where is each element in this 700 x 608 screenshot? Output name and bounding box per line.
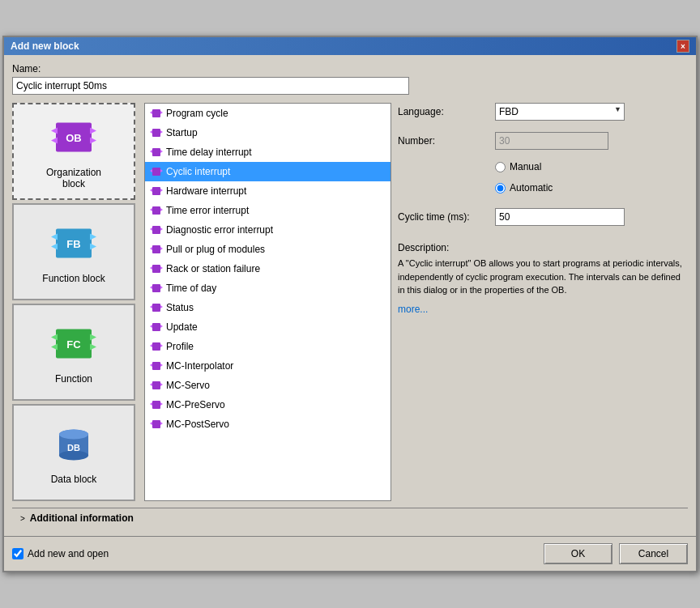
svg-marker-31: [160, 150, 163, 153]
list-item[interactable]: Pull or plug of modules: [145, 240, 391, 259]
svg-marker-52: [160, 286, 163, 289]
list-item[interactable]: Time delay interrupt: [145, 142, 391, 162]
svg-marker-54: [150, 305, 152, 308]
list-item-block-icon: [150, 185, 163, 197]
chevron-icon: >: [20, 514, 25, 523]
list-item[interactable]: Update: [145, 317, 391, 337]
cyclic-time-input[interactable]: [495, 208, 625, 226]
list-item-label: Status: [166, 302, 194, 313]
automatic-label: Automatic: [510, 182, 553, 193]
name-section: Name:: [12, 63, 688, 95]
list-item-label: Update: [166, 321, 198, 333]
list-item-label: Startup: [166, 127, 198, 138]
description-title: Description:: [398, 242, 688, 253]
list-item[interactable]: Time error interrupt: [145, 201, 391, 220]
svg-rect-50: [152, 284, 160, 292]
close-button[interactable]: ×: [677, 40, 689, 53]
svg-rect-23: [152, 109, 160, 117]
fc-label: Function: [55, 373, 92, 385]
list-item[interactable]: Profile: [145, 337, 391, 356]
svg-marker-3: [90, 127, 96, 134]
list-item-block-icon: [150, 166, 163, 177]
add-new-block-dialog: Add new block × Name:: [2, 36, 698, 572]
svg-marker-45: [150, 247, 152, 250]
svg-marker-8: [51, 243, 58, 249]
svg-marker-16: [90, 343, 96, 350]
svg-marker-51: [150, 286, 152, 289]
svg-marker-43: [160, 227, 163, 231]
list-item-label: Pull or plug of modules: [166, 244, 265, 255]
block-type-fb[interactable]: FB Function block: [12, 203, 135, 300]
add-open-checkbox[interactable]: [12, 548, 23, 559]
list-item[interactable]: MC-Interpolator: [145, 356, 391, 376]
list-item[interactable]: MC-PreServo: [145, 395, 391, 415]
svg-marker-30: [150, 150, 152, 153]
svg-marker-25: [160, 111, 163, 114]
language-label: Language:: [398, 106, 495, 117]
list-item[interactable]: MC-PostServo: [145, 415, 391, 434]
svg-text:DB: DB: [67, 442, 80, 452]
dialog-title: Add new block: [11, 40, 79, 52]
svg-marker-69: [150, 402, 152, 406]
list-item-block-icon: [150, 147, 163, 158]
additional-info-label: Additional information: [30, 512, 134, 524]
cyclic-time-label: Cyclic time (ms):: [398, 211, 495, 223]
svg-marker-2: [51, 137, 58, 143]
list-item-block-icon: [150, 321, 163, 333]
main-area: OB Organizationblock FB Function block: [12, 103, 688, 501]
svg-marker-13: [51, 334, 58, 340]
list-item-block-icon: [150, 224, 163, 236]
svg-marker-34: [160, 169, 163, 172]
svg-marker-37: [160, 189, 163, 192]
list-item-block-icon: [150, 380, 163, 391]
svg-point-21: [59, 429, 88, 439]
additional-info-section[interactable]: > Additional information: [12, 508, 688, 528]
list-item[interactable]: Startup: [145, 123, 391, 142]
list-item-label: MC-Servo: [166, 380, 210, 391]
svg-marker-66: [150, 383, 152, 386]
svg-text:OB: OB: [66, 131, 82, 143]
list-item-label: MC-PreServo: [166, 399, 225, 410]
svg-marker-4: [90, 137, 96, 143]
svg-rect-56: [152, 323, 160, 331]
svg-rect-26: [152, 129, 160, 137]
cancel-button[interactable]: Cancel: [619, 543, 688, 564]
svg-marker-36: [150, 189, 152, 192]
number-label: Number:: [398, 135, 495, 147]
ob-label: Organizationblock: [46, 167, 101, 189]
svg-text:FB: FB: [66, 237, 80, 249]
list-item[interactable]: Status: [145, 298, 391, 317]
block-type-fc[interactable]: FC Function: [12, 304, 135, 401]
svg-marker-27: [150, 130, 152, 134]
description-section: Description: A "Cyclic interrupt" OB all…: [398, 242, 688, 315]
manual-radio-row: Manual: [495, 161, 688, 172]
list-item-block-icon: [150, 283, 163, 294]
list-item[interactable]: MC-Servo: [145, 376, 391, 395]
manual-radio[interactable]: [495, 162, 506, 172]
list-item[interactable]: Diagnostic error interrupt: [145, 220, 391, 240]
list-item-block-icon: [150, 263, 163, 274]
ok-button[interactable]: OK: [544, 543, 612, 564]
svg-marker-64: [160, 364, 163, 367]
list-item-block-icon: [150, 127, 163, 138]
manual-label: Manual: [510, 161, 541, 172]
right-panel: Language: FBD LAD STL SCL GRAPH Number:: [398, 103, 688, 501]
block-type-db[interactable]: DB Data block: [12, 404, 135, 501]
list-item-label: Diagnostic error interrupt: [166, 224, 273, 236]
list-item[interactable]: Program cycle: [145, 104, 391, 123]
block-list-panel: Program cycle Startup Time delay interru…: [144, 103, 391, 501]
language-select[interactable]: FBD LAD STL SCL GRAPH: [495, 103, 625, 121]
list-item[interactable]: Rack or station failure: [145, 259, 391, 278]
list-item[interactable]: Hardware interrupt: [145, 181, 391, 201]
svg-rect-53: [152, 304, 160, 312]
list-item[interactable]: Cyclic interrupt: [145, 162, 391, 181]
automatic-radio[interactable]: [495, 183, 506, 193]
name-input[interactable]: [12, 77, 409, 95]
block-type-ob[interactable]: OB Organizationblock: [12, 103, 135, 200]
list-item-block-icon: [150, 108, 163, 119]
list-item[interactable]: Time of day: [145, 278, 391, 298]
svg-text:FC: FC: [66, 338, 81, 350]
more-link[interactable]: more...: [398, 304, 688, 315]
svg-marker-40: [160, 208, 163, 211]
bottom-bar: Add new and open OK Cancel: [4, 536, 696, 571]
